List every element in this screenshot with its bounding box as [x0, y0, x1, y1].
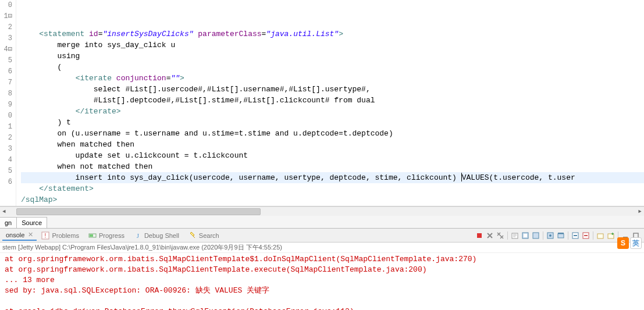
console-line[interactable]: ... 13 more [5, 275, 639, 286]
ime-sogou-icon[interactable]: S [617, 237, 629, 249]
line-number[interactable]: 3 [0, 144, 12, 155]
editor-area: 01⊟234⊟567890123456 <statement id="inser… [0, 0, 644, 206]
scroll-track[interactable] [16, 208, 628, 216]
code-line[interactable]: insert into sys_day_click(usercode, user… [21, 172, 644, 183]
progress-icon [88, 231, 97, 240]
display-console-button[interactable] [556, 231, 565, 240]
line-number[interactable]: 6 [0, 177, 12, 188]
ime-indicator[interactable]: S 英 [617, 237, 642, 249]
code-line[interactable]: ( [21, 62, 644, 73]
line-number[interactable]: 6 [0, 66, 12, 77]
line-number[interactable]: 0 [0, 0, 12, 11]
terminate-button[interactable] [475, 231, 484, 240]
line-number[interactable]: 5 [0, 55, 12, 66]
word-wrap-button[interactable] [531, 231, 540, 240]
close-icon[interactable]: ✕ [28, 231, 33, 238]
pin-console-button[interactable] [546, 231, 555, 240]
code-line[interactable]: when not matched then [21, 161, 644, 172]
svg-point-10 [549, 234, 552, 237]
show-stdout-button[interactable] [571, 231, 580, 240]
letter-j-icon: J [134, 231, 142, 240]
code-line[interactable]: using [21, 51, 644, 62]
code-line[interactable]: ) t [21, 117, 644, 128]
console-launch-info: stem [Jetty Webapp] C:\Program Files\Jav… [0, 243, 644, 253]
code-line[interactable]: </iterate> [21, 106, 644, 117]
svg-rect-12 [558, 233, 564, 234]
scroll-left-arrow[interactable]: ◄ [0, 208, 8, 216]
line-number[interactable]: 4 [0, 155, 12, 166]
code-line[interactable]: merge into sys_day_click u [21, 40, 644, 51]
console-tab-label: onsole [6, 231, 24, 238]
line-number[interactable]: 4⊟ [0, 44, 12, 55]
code-line[interactable]: on (u.username = t.username and u.stime=… [21, 128, 644, 139]
ime-lang-icon[interactable]: 英 [630, 237, 642, 249]
svg-rect-11 [558, 234, 564, 238]
code-line[interactable]: select #List[].usercode#,#List[].usernam… [21, 84, 644, 95]
line-number[interactable]: 1⊟ [0, 11, 12, 22]
horizontal-scrollbar[interactable]: ◄ ► [0, 206, 644, 216]
code-line[interactable]: <iterate conjunction=""> [21, 73, 644, 84]
line-number[interactable]: 1 [0, 122, 12, 133]
line-number[interactable]: 5 [0, 166, 12, 177]
clear-console-button[interactable] [510, 231, 520, 240]
svg-rect-5 [477, 233, 482, 238]
scroll-right-arrow[interactable]: ► [636, 208, 644, 216]
code-editor[interactable]: <statement id="insertSysDayClicks" param… [16, 0, 644, 206]
view-tab-search[interactable]: Search [184, 230, 224, 241]
warning-icon: ! [41, 231, 49, 240]
code-line[interactable] [21, 17, 644, 28]
code-line[interactable]: #List[].deptcode#,#List[].stime#,#List[]… [21, 95, 644, 106]
view-tab-console[interactable]: onsole ✕ [2, 230, 37, 241]
open-console-button[interactable] [596, 231, 605, 240]
line-number[interactable]: 2 [0, 133, 12, 144]
svg-rect-3 [90, 234, 93, 237]
svg-rect-15 [597, 234, 603, 238]
editor-mode-tabs: gn Source [0, 216, 644, 229]
line-number[interactable]: 7 [0, 77, 12, 88]
code-line[interactable]: update set u.clickcount = t.clickcount [21, 150, 644, 161]
console-output[interactable]: at org.springframework.orm.ibatis.SqlMap… [0, 253, 644, 310]
tab-source[interactable]: Source [16, 217, 47, 228]
tab-design[interactable]: gn [0, 217, 17, 228]
console-line[interactable]: sed by: java.sql.SQLException: ORA-00926… [5, 286, 639, 296]
svg-text:J: J [137, 232, 140, 239]
svg-rect-8 [533, 233, 539, 238]
show-stderr-button[interactable] [581, 231, 590, 240]
flashlight-icon [188, 231, 197, 240]
console-line[interactable]: at oracle.jdbc.driver.DatabaseError.thro… [5, 307, 639, 310]
line-number[interactable]: 8 [0, 88, 12, 99]
line-number[interactable]: 2 [0, 22, 12, 33]
code-line[interactable]: <statement id="insertSysDayClicks" param… [21, 28, 644, 40]
line-number-gutter[interactable]: 01⊟234⊟567890123456 [0, 0, 16, 206]
code-line[interactable]: </statement> [21, 183, 644, 194]
new-console-button[interactable] [606, 231, 615, 240]
remove-all-button[interactable] [496, 231, 505, 240]
console-line[interactable]: at org.springframework.orm.ibatis.SqlMap… [5, 265, 639, 275]
view-tab-problems[interactable]: ! Problems [37, 230, 83, 241]
view-tab-progress[interactable]: Progress [84, 230, 129, 241]
line-number[interactable]: 0 [0, 111, 12, 122]
code-line[interactable]: /sqlMap> [21, 194, 644, 205]
code-line[interactable]: when matched then [21, 139, 644, 150]
line-number[interactable]: 9 [0, 99, 12, 111]
line-number[interactable]: 3 [0, 33, 12, 44]
scroll-thumb[interactable] [16, 208, 261, 215]
remove-launch-button[interactable] [485, 231, 494, 240]
view-tab-debugshell[interactable]: J Debug Shell [129, 230, 184, 241]
console-line[interactable] [5, 296, 639, 307]
bottom-panel-tabs: onsole ✕ ! Problems Progress J Debug She… [0, 229, 644, 243]
console-line[interactable]: at org.springframework.orm.ibatis.SqlMap… [5, 254, 639, 265]
scroll-lock-button[interactable] [521, 231, 530, 240]
svg-text:!: ! [45, 233, 47, 239]
